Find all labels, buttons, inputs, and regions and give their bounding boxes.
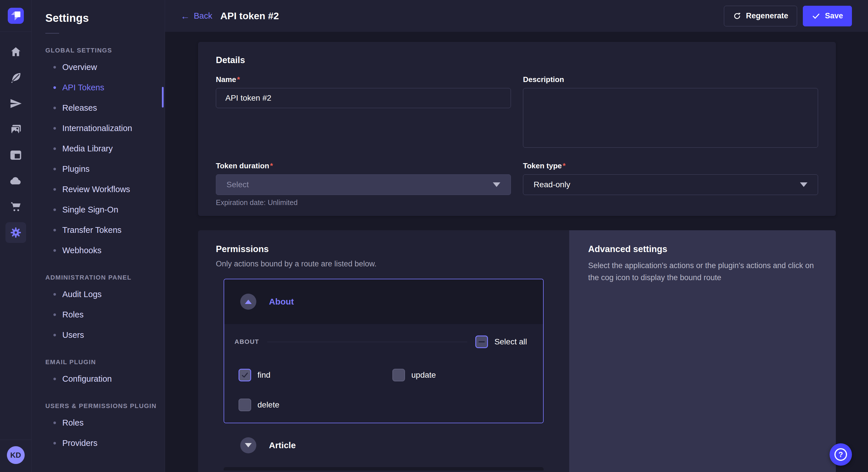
bullet-icon [53, 249, 56, 252]
rail-item-media-library[interactable] [5, 119, 26, 140]
details-card: Details Name* Description Token duration… [198, 42, 836, 216]
collapse-toggle-button[interactable] [240, 294, 256, 310]
strapi-logo-icon[interactable] [8, 8, 24, 24]
about-actions-grid: find update delete [239, 369, 527, 411]
chevron-down-icon [800, 182, 807, 187]
token-duration-placeholder: Select [226, 180, 249, 189]
expand-toggle-button[interactable] [240, 437, 256, 453]
token-duration-label: Token duration* [216, 162, 511, 170]
regenerate-button[interactable]: Regenerate [724, 6, 797, 26]
name-field-group: Name* [216, 75, 511, 149]
bullet-icon [53, 229, 56, 231]
help-button[interactable]: ? [830, 443, 852, 466]
back-arrow-icon: ← [181, 11, 190, 21]
token-type-value: Read-only [534, 180, 570, 189]
token-type-select[interactable]: Read-only [523, 174, 818, 195]
pictures-icon [9, 123, 22, 136]
permissions-subtitle: Only actions bound by a route are listed… [216, 260, 551, 268]
advanced-settings-card: Advanced settings Select the application… [569, 230, 836, 472]
sidebar-item-media-library[interactable]: Media Library [45, 138, 165, 159]
token-duration-select[interactable]: Select [216, 174, 511, 195]
sidebar-item-plugins[interactable]: Plugins [45, 159, 165, 179]
update-checkbox[interactable] [392, 369, 405, 381]
rail-item-home[interactable] [5, 42, 26, 62]
back-link[interactable]: ← Back [181, 11, 212, 21]
rail-item-settings[interactable] [5, 222, 26, 243]
user-avatar[interactable]: KD [7, 446, 25, 464]
sidebar-item-releases[interactable]: Releases [45, 98, 165, 118]
logo-shape [11, 11, 14, 15]
sidebar-item-overview[interactable]: Overview [45, 57, 165, 77]
layout-icon [9, 149, 22, 162]
section-label-administration-panel: ADMINISTRATION PANEL [45, 271, 165, 284]
sidebar-item-up-providers[interactable]: Providers [45, 433, 165, 453]
section-label-global-settings: GLOBAL SETTINGS [45, 44, 165, 57]
expiration-hint: Expiration date: Unlimited [216, 198, 511, 207]
triangle-down-icon [245, 443, 252, 447]
home-icon [9, 45, 22, 58]
details-title: Details [216, 55, 818, 65]
action-update: update [392, 369, 527, 381]
description-field-group: Description [523, 75, 818, 149]
bullet-icon [53, 378, 56, 380]
advanced-settings-title: Advanced settings [588, 244, 818, 255]
name-label: Name* [216, 75, 511, 84]
required-asterisk: * [270, 162, 273, 170]
bullet-icon [53, 66, 56, 69]
sidebar-item-internationalization[interactable]: Internationalization [45, 118, 165, 138]
delete-checkbox[interactable] [239, 399, 251, 411]
rail-item-deploy[interactable] [5, 93, 26, 114]
triangle-up-icon [245, 300, 252, 304]
required-asterisk: * [237, 75, 240, 84]
bullet-icon [53, 442, 56, 444]
next-accordion-header[interactable] [224, 467, 544, 471]
permissions-card: Permissions Only actions bound by a rout… [198, 230, 569, 472]
chevron-down-icon [493, 182, 500, 187]
question-mark-icon: ? [834, 448, 847, 461]
check-icon [241, 371, 249, 379]
accordion-article-header[interactable]: Article [216, 423, 551, 467]
bullet-icon [53, 168, 56, 170]
bullet-icon [53, 334, 56, 336]
bullet-icon [53, 86, 56, 89]
bullet-icon [53, 147, 56, 150]
bullet-icon [53, 293, 56, 296]
sidebar-item-review-workflows[interactable]: Review Workflows [45, 179, 165, 200]
cart-icon [9, 200, 22, 213]
rail-item-cloud[interactable] [5, 171, 26, 191]
logo-shape [14, 17, 18, 21]
rail-item-content-type-builder[interactable] [5, 145, 26, 165]
sidebar-item-webhooks[interactable]: Webhooks [45, 240, 165, 261]
description-textarea[interactable] [523, 88, 818, 148]
topbar: ← Back API token #2 Regenerate Save [165, 0, 868, 32]
sidebar-item-transfer-tokens[interactable]: Transfer Tokens [45, 220, 165, 240]
permissions-section: Permissions Only actions bound by a rout… [198, 230, 836, 472]
page-title: API token #2 [220, 10, 279, 22]
name-input[interactable] [216, 88, 511, 108]
rail-item-marketplace[interactable] [5, 196, 26, 217]
token-duration-field-group: Token duration* Select Expiration date: … [216, 162, 511, 207]
details-fields-row1: Name* Description [216, 75, 818, 149]
sidebar-item-admin-roles[interactable]: Roles [45, 305, 165, 325]
sidebar-item-api-tokens[interactable]: API Tokens [45, 77, 165, 98]
accordion-article-label: Article [269, 440, 296, 450]
sidebar-item-audit-logs[interactable]: Audit Logs [45, 284, 165, 305]
cloud-icon [9, 175, 22, 187]
find-checkbox[interactable] [239, 369, 251, 381]
bullet-icon [53, 208, 56, 211]
gear-icon [9, 226, 22, 239]
details-fields-row2: Token duration* Select Expiration date: … [216, 162, 818, 207]
action-delete: delete [239, 399, 392, 411]
accordion-about-header[interactable]: About [224, 279, 543, 324]
sidebar-item-admin-users[interactable]: Users [45, 325, 165, 345]
topbar-actions: Regenerate Save [724, 6, 852, 26]
about-subheader-row: ABOUT Select all [235, 336, 527, 348]
sidebar-item-email-configuration[interactable]: Configuration [45, 369, 165, 389]
sidebar-scrollbar-thumb[interactable] [162, 87, 164, 107]
save-button[interactable]: Save [803, 6, 852, 26]
sidebar-item-single-sign-on[interactable]: Single Sign-On [45, 200, 165, 220]
rail-item-content[interactable] [5, 67, 26, 88]
feather-icon [9, 71, 22, 84]
sidebar-item-up-roles[interactable]: Roles [45, 413, 165, 433]
select-all-checkbox[interactable] [475, 336, 488, 348]
